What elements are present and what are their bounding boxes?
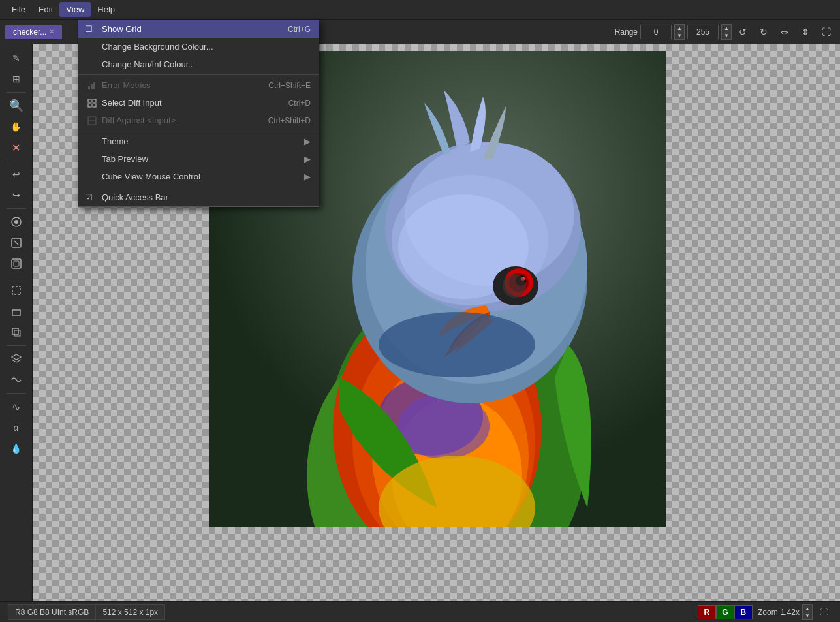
- channel-r-btn[interactable]: R: [698, 605, 716, 619]
- fullscreen-icon[interactable]: ⛶: [818, 23, 835, 40]
- menu-divider-3: [78, 187, 319, 187]
- svg-line-3: [14, 241, 18, 245]
- range-min-down[interactable]: ▼: [675, 32, 684, 39]
- active-tab[interactable]: checker... ✕: [5, 25, 62, 39]
- menu-divider-1: [78, 74, 319, 75]
- channel-b-btn[interactable]: B: [734, 605, 753, 619]
- error-metrics-icon: [85, 81, 99, 90]
- menu-file[interactable]: File: [5, 2, 32, 17]
- menu-item-change-bg[interactable]: Change Background Colour...: [78, 38, 319, 55]
- sidebar-divider-1: [7, 92, 26, 93]
- menu-item-cube-view[interactable]: Cube View Mouse Control ▶: [78, 168, 319, 185]
- diff-against-label: Diff Against <Input>: [102, 116, 176, 125]
- sidebar-tool-redo[interactable]: ↪: [5, 185, 28, 205]
- zoom-down[interactable]: ▼: [803, 612, 812, 619]
- sidebar-tool-select[interactable]: [5, 302, 28, 321]
- sidebar-tool-resize[interactable]: [5, 322, 28, 342]
- sidebar-tool-transform[interactable]: [5, 233, 28, 253]
- svg-rect-34: [88, 86, 90, 89]
- sidebar-divider-3: [7, 208, 26, 209]
- zoom-control: Zoom 1.42x ▲ ▼ ⛶: [758, 604, 832, 621]
- diff-against-icon: [85, 116, 99, 125]
- zoom-fit-icon[interactable]: ⛶: [815, 604, 832, 621]
- error-metrics-label: Error Metrics: [102, 80, 150, 90]
- zoom-label: Zoom: [758, 608, 778, 617]
- menu-item-change-nan[interactable]: Change Nan/Inf Colour...: [78, 55, 319, 73]
- menu-item-error-metrics[interactable]: Error Metrics Ctrl+Shift+E: [78, 76, 319, 94]
- sidebar-tool-alpha[interactable]: α: [5, 418, 28, 437]
- select-diff-shortcut: Ctrl+D: [288, 99, 311, 108]
- cube-view-arrow: ▶: [304, 172, 311, 181]
- svg-rect-37: [88, 99, 91, 102]
- sidebar-tool-pan[interactable]: ✋: [5, 117, 28, 136]
- sidebar: ✎ ⊞ 🔍 ✋ ✕ ↩ ↪: [0, 44, 33, 601]
- menubar: File Edit View Help: [0, 0, 840, 20]
- reset-rotate-icon[interactable]: ↺: [734, 23, 751, 40]
- sidebar-tool-edit[interactable]: ✎: [5, 48, 28, 68]
- flip-h-icon[interactable]: ⇔: [776, 23, 793, 40]
- theme-label: Theme: [102, 136, 128, 146]
- sidebar-tool-crop[interactable]: [5, 281, 28, 300]
- menu-item-tab-preview[interactable]: Tab Preview ▶: [78, 150, 319, 168]
- menu-divider-2: [78, 131, 319, 131]
- flip-v-icon[interactable]: ⇕: [797, 23, 814, 40]
- range-max-down[interactable]: ▼: [722, 32, 731, 39]
- menu-view[interactable]: View: [59, 2, 91, 17]
- quick-access-label: Quick Access Bar: [102, 193, 168, 202]
- svg-point-19: [398, 394, 490, 459]
- svg-rect-35: [91, 84, 93, 89]
- sidebar-tool-adjust[interactable]: [5, 254, 28, 273]
- svg-point-33: [379, 312, 535, 377]
- change-nan-label: Change Nan/Inf Colour...: [102, 59, 195, 69]
- svg-point-1: [14, 220, 18, 224]
- menu-item-diff-against[interactable]: Diff Against <Input> Ctrl+Shift+D: [78, 112, 319, 129]
- range-max-spinner[interactable]: ▲ ▼: [721, 24, 732, 40]
- sidebar-tool-layers[interactable]: [5, 349, 28, 369]
- range-max-up[interactable]: ▲: [722, 25, 731, 32]
- cube-view-label: Cube View Mouse Control: [102, 172, 200, 181]
- zoom-up[interactable]: ▲: [803, 605, 812, 612]
- svg-rect-4: [12, 259, 21, 268]
- menu-item-quick-access[interactable]: ☑ Quick Access Bar: [78, 189, 319, 206]
- sidebar-tool-grid[interactable]: ⊞: [5, 69, 28, 89]
- sidebar-divider-5: [7, 345, 26, 346]
- show-grid-label: Show Grid: [102, 24, 142, 34]
- sidebar-tool-channels[interactable]: [5, 370, 28, 390]
- error-metrics-shortcut: Ctrl+Shift+E: [268, 81, 311, 90]
- sidebar-tool-undo[interactable]: ↩: [5, 164, 28, 184]
- svg-rect-7: [12, 310, 20, 315]
- menu-item-show-grid[interactable]: ☐ Show Grid Ctrl+G: [78, 20, 319, 38]
- svg-rect-9: [14, 330, 20, 336]
- sidebar-tool-curves[interactable]: ∿: [5, 397, 28, 416]
- channel-g-btn[interactable]: G: [716, 605, 734, 619]
- svg-rect-6: [12, 287, 20, 294]
- menu-help[interactable]: Help: [91, 2, 121, 17]
- select-diff-icon: [85, 99, 99, 108]
- sidebar-tool-zoom[interactable]: 🔍: [5, 96, 28, 116]
- range-max-input[interactable]: [687, 25, 719, 39]
- theme-arrow: ▶: [304, 136, 311, 146]
- svg-point-31: [503, 274, 526, 298]
- toolbar-right-icons: ↺ ↻ ⇔ ⇕ ⛶: [734, 23, 835, 40]
- range-min-input[interactable]: [640, 25, 672, 39]
- sidebar-tool-color[interactable]: [5, 212, 28, 232]
- zoom-spinner[interactable]: ▲ ▼: [802, 604, 813, 620]
- range-label: Range: [615, 27, 638, 37]
- range-min-spinner[interactable]: ▲ ▼: [674, 24, 685, 40]
- svg-rect-36: [93, 82, 95, 89]
- sidebar-tool-cross[interactable]: ✕: [5, 138, 28, 157]
- menu-item-select-diff[interactable]: Select Diff Input Ctrl+D: [78, 94, 319, 112]
- range-min-up[interactable]: ▲: [675, 25, 684, 32]
- quick-access-check: ☑: [85, 193, 98, 202]
- sidebar-divider-6: [7, 393, 26, 394]
- svg-rect-5: [14, 261, 19, 266]
- svg-rect-40: [93, 104, 96, 107]
- sidebar-divider-2: [7, 161, 26, 161]
- menu-edit[interactable]: Edit: [32, 2, 59, 17]
- tab-icon: ✕: [49, 28, 54, 35]
- sidebar-tool-drop[interactable]: 💧: [5, 439, 28, 458]
- change-bg-label: Change Background Colour...: [102, 42, 213, 52]
- menu-item-theme[interactable]: Theme ▶: [78, 132, 319, 150]
- svg-rect-8: [12, 328, 18, 334]
- rotate-cw-icon[interactable]: ↻: [755, 23, 772, 40]
